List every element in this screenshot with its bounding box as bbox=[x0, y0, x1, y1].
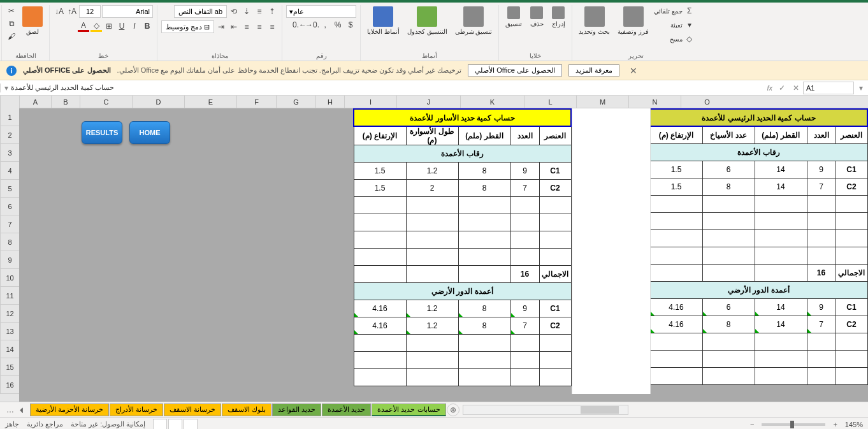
align-left-button[interactable]: ≡ bbox=[241, 21, 252, 33]
col-header-A[interactable]: A bbox=[19, 96, 51, 108]
get-office-button[interactable]: الحصول على Office الأصلي bbox=[468, 64, 562, 76]
row-header-9[interactable]: 9 bbox=[0, 251, 19, 269]
col-header-M[interactable]: M bbox=[576, 96, 628, 108]
row-header-12[interactable]: 12 bbox=[0, 305, 19, 323]
italic-button[interactable]: I bbox=[129, 20, 140, 32]
format-cells-button[interactable]: تنسيق bbox=[503, 5, 524, 29]
align-center-button[interactable]: ≡ bbox=[254, 21, 265, 33]
clear-button[interactable]: ◇ bbox=[684, 33, 695, 45]
align-middle-button[interactable]: ≡ bbox=[254, 6, 265, 17]
indent-dec-button[interactable]: ⇤ bbox=[228, 21, 240, 33]
col-header-N[interactable]: N bbox=[628, 96, 681, 108]
cell-styles-button[interactable]: أنماط الخلايا bbox=[365, 5, 402, 36]
delete-cells-button[interactable]: حذف bbox=[527, 5, 546, 29]
number-format-select[interactable]: عام ▾ bbox=[286, 5, 356, 18]
row-header-7[interactable]: 7 bbox=[0, 215, 19, 233]
sheet-tab-5[interactable]: حديد الأعمدة bbox=[322, 404, 371, 416]
col-header-C[interactable]: C bbox=[80, 96, 132, 108]
decrease-font-button[interactable]: A↓ bbox=[54, 6, 65, 17]
underline-button[interactable]: U bbox=[116, 20, 127, 32]
results-nav-button[interactable]: RESULTS bbox=[82, 121, 122, 144]
tab-nav-first[interactable]: ⏴ bbox=[17, 405, 27, 414]
col-header-O[interactable]: O bbox=[681, 96, 733, 108]
sheet-tab-6[interactable]: حسابات حديد الأعمدة bbox=[372, 404, 445, 416]
close-warning-button[interactable]: ✕ bbox=[626, 66, 641, 76]
sheet-tab-0[interactable]: خرسانة الأحزمة الأرضية bbox=[30, 404, 109, 416]
indent-inc-button[interactable]: ⇥ bbox=[215, 21, 227, 33]
format-table-button[interactable]: التنسيق كجدول bbox=[405, 5, 450, 36]
font-size-input[interactable] bbox=[79, 5, 101, 18]
cut-button[interactable]: ✂ bbox=[6, 5, 17, 17]
align-top-button[interactable]: ⇡ bbox=[266, 6, 278, 17]
name-box[interactable] bbox=[803, 82, 854, 94]
conditional-format-button[interactable]: تنسيق شرطي bbox=[452, 5, 495, 36]
normal-view-button[interactable] bbox=[184, 419, 198, 430]
sheet-tab-4[interactable]: حديد القواعد bbox=[272, 404, 321, 416]
zoom-in-button[interactable]: + bbox=[833, 421, 837, 428]
row-header-2[interactable]: 2 bbox=[0, 126, 19, 144]
fill-button[interactable]: ▾ bbox=[684, 19, 695, 31]
row-header-15[interactable]: 15 bbox=[0, 358, 19, 376]
row-header-6[interactable]: 6 bbox=[0, 198, 19, 215]
row-header-5[interactable]: 5 bbox=[0, 180, 19, 198]
col-header-I[interactable]: I bbox=[344, 96, 396, 108]
learn-more-button[interactable]: معرفة المزيد bbox=[568, 64, 619, 76]
paste-button[interactable]: لصق bbox=[20, 5, 45, 36]
fx-icon[interactable]: fx bbox=[764, 84, 775, 92]
font-name-input[interactable] bbox=[102, 5, 153, 18]
align-bottom-button[interactable]: ⇣ bbox=[241, 6, 252, 17]
comma-button[interactable]: , bbox=[319, 19, 331, 31]
row-header-4[interactable]: 4 bbox=[0, 162, 19, 180]
format-painter-button[interactable]: 🖌 bbox=[6, 31, 17, 42]
sheet-tab-2[interactable]: خرسانة الاسقف bbox=[164, 404, 221, 416]
col-header-F[interactable]: F bbox=[236, 96, 276, 108]
col-header-K[interactable]: K bbox=[460, 96, 524, 108]
sheet-tab-1[interactable]: خرسانة الأدراج bbox=[110, 404, 163, 416]
align-right-button[interactable]: ≡ bbox=[266, 21, 278, 33]
find-select-button[interactable]: بحث وتحديد bbox=[576, 5, 612, 36]
horizontal-scrollbar[interactable] bbox=[463, 405, 628, 415]
autosum-button[interactable]: Σ bbox=[684, 5, 695, 17]
inc-decimal-button[interactable]: .0→ bbox=[307, 19, 318, 31]
formula-cancel-button[interactable]: ✕ bbox=[789, 81, 803, 95]
row-header-16[interactable]: 16 bbox=[0, 376, 19, 394]
dec-decimal-button[interactable]: ←.0 bbox=[294, 19, 305, 31]
sort-filter-button[interactable]: فرز وتصفية bbox=[615, 5, 651, 36]
col-header-D[interactable]: D bbox=[132, 96, 184, 108]
bold-button[interactable]: B bbox=[141, 20, 153, 32]
name-box-dropdown[interactable]: ▾ bbox=[854, 81, 868, 95]
zoom-level[interactable]: 145% bbox=[845, 421, 863, 428]
col-header-H[interactable]: H bbox=[315, 96, 344, 108]
sheet-tab-3[interactable]: بلوك الاسقف bbox=[222, 404, 271, 416]
increase-font-button[interactable]: A↑ bbox=[66, 6, 78, 17]
row-header-14[interactable]: 14 bbox=[0, 340, 19, 358]
col-header-J[interactable]: J bbox=[396, 96, 460, 108]
copy-button[interactable]: ⧉ bbox=[6, 18, 17, 29]
border-button[interactable]: ⊞ bbox=[103, 20, 115, 32]
spreadsheet-grid[interactable]: ABCDEFGHIJKLMNO 12345678910111213141516 … bbox=[0, 96, 868, 402]
add-sheet-button[interactable]: ⊕ bbox=[447, 404, 459, 416]
formula-confirm-button[interactable]: ✓ bbox=[775, 81, 789, 95]
row-header-1[interactable]: 1 bbox=[0, 108, 19, 126]
row-header-3[interactable]: 3 bbox=[0, 144, 19, 162]
formula-content[interactable]: حساب كمية الحديد الرئيسي للأعمدة bbox=[11, 84, 114, 92]
col-header-E[interactable]: E bbox=[184, 96, 236, 108]
row-header-8[interactable]: 8 bbox=[0, 233, 19, 251]
zoom-out-button[interactable]: − bbox=[750, 421, 754, 428]
col-header-G[interactable]: G bbox=[276, 96, 315, 108]
home-nav-button[interactable]: HOME bbox=[129, 121, 170, 144]
insert-cells-button[interactable]: إدراج bbox=[549, 5, 568, 29]
fill-color-button[interactable]: ◇ bbox=[90, 20, 102, 32]
font-color-button[interactable]: A bbox=[78, 20, 89, 32]
wrap-text-button[interactable]: abالتفاف النص bbox=[174, 5, 227, 18]
row-header-13[interactable]: 13 bbox=[0, 323, 19, 340]
col-header-B[interactable]: B bbox=[51, 96, 80, 108]
currency-button[interactable]: $ bbox=[345, 19, 356, 31]
row-header-10[interactable]: 10 bbox=[0, 269, 19, 287]
zoom-slider[interactable] bbox=[762, 423, 825, 426]
orientation-button[interactable]: ⟲ bbox=[228, 6, 240, 17]
select-all-corner[interactable] bbox=[0, 96, 19, 108]
percent-button[interactable]: % bbox=[332, 19, 344, 31]
tab-nav-prev[interactable]: … bbox=[5, 405, 15, 414]
page-break-view-button[interactable] bbox=[153, 419, 167, 430]
